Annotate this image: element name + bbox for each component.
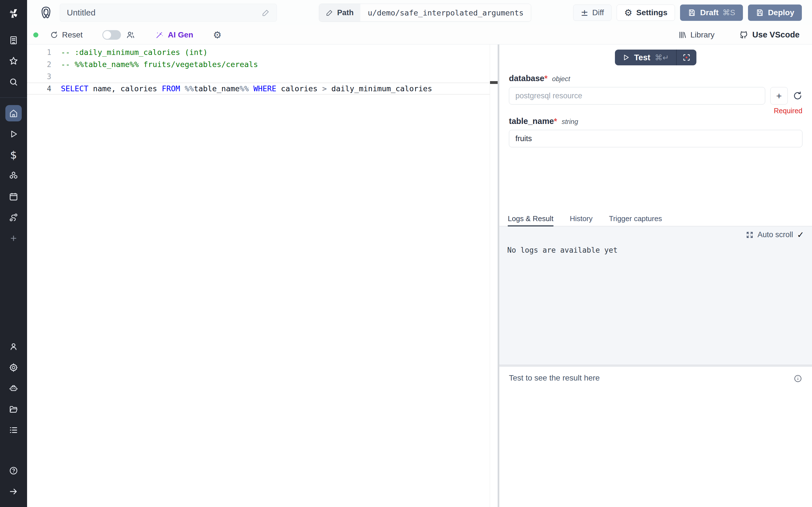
field-database-label: database*: [509, 74, 548, 83]
test-button-group: Test ⌘↵: [615, 50, 696, 65]
library-button[interactable]: Library: [678, 31, 715, 40]
result-tabs: Logs & Result History Trigger captures: [499, 214, 812, 226]
draft-button[interactable]: Draft ⌘S: [680, 4, 743, 21]
plus-icon: +: [776, 91, 782, 101]
tab-logs-result[interactable]: Logs & Result: [508, 214, 553, 226]
dollar-icon[interactable]: $: [5, 147, 22, 163]
field-database: database* object + Required: [509, 74, 802, 115]
editor-overview-ruler: [490, 45, 498, 507]
building-icon[interactable]: [5, 32, 22, 48]
info-icon[interactable]: [794, 374, 802, 383]
star-icon[interactable]: [5, 53, 22, 69]
test-button[interactable]: Test ⌘↵: [615, 50, 676, 65]
line-number: 1: [27, 48, 51, 57]
field-database-type: object: [552, 75, 570, 83]
gear-icon[interactable]: [5, 359, 22, 376]
status-dot: [33, 33, 38, 38]
home-icon[interactable]: [5, 105, 22, 121]
field-table-name-label: table_name*: [509, 117, 557, 126]
github-icon: [739, 31, 748, 40]
script-title: Untitled: [67, 8, 262, 17]
auto-scroll-label[interactable]: Auto scroll: [758, 230, 793, 239]
field-table-name-type: string: [562, 118, 578, 126]
arguments-section: Test ⌘↵: [499, 45, 812, 214]
use-vscode-button[interactable]: Use VScode: [739, 30, 800, 40]
capture-frame-icon: [682, 53, 691, 62]
database-input[interactable]: [509, 87, 765, 105]
save-icon: [688, 8, 696, 17]
line-number: 2: [27, 60, 51, 69]
search-icon[interactable]: [5, 74, 22, 90]
reset-button[interactable]: Reset: [50, 31, 83, 40]
result-hint: Test to see the result here: [509, 374, 600, 383]
logs-result-splitter[interactable]: [499, 364, 812, 367]
code-line[interactable]: 3: [27, 70, 490, 82]
add-resource-button[interactable]: +: [770, 87, 788, 105]
arrow-right-icon[interactable]: [5, 483, 22, 500]
code-line[interactable]: 1-- :daily_minimum_calories (int): [27, 46, 490, 58]
script-title-box[interactable]: Untitled: [60, 4, 277, 22]
auto-scroll-checkmark[interactable]: ✓: [797, 230, 804, 240]
plus-minus-icon: ±: [581, 8, 589, 17]
settings-button[interactable]: ⚙ Settings: [617, 4, 675, 21]
code-lines: 1-- :daily_minimum_calories (int)2-- %%t…: [27, 46, 490, 95]
help-icon[interactable]: [5, 462, 22, 479]
run-panel: Test ⌘↵: [499, 45, 812, 507]
play-icon: [622, 54, 629, 61]
tab-trigger-captures[interactable]: Trigger captures: [609, 214, 662, 226]
play-icon[interactable]: [5, 126, 22, 142]
calendar-icon[interactable]: [5, 188, 22, 205]
required-note: Required: [509, 107, 802, 115]
collab-toggle[interactable]: [102, 30, 121, 40]
list-icon[interactable]: [5, 422, 22, 438]
worker-icon[interactable]: [5, 380, 22, 397]
top-bar: Untitled Path u/demo/safe_interpolated_a…: [27, 0, 812, 25]
tab-history[interactable]: History: [570, 214, 593, 226]
windmill-logo[interactable]: [7, 4, 20, 22]
editor-toolbar: Reset AI Gen ⚙ Library: [27, 25, 812, 45]
diff-button[interactable]: ± Diff: [573, 4, 612, 21]
collaborators-icon[interactable]: [126, 31, 135, 40]
edit-title-pencil-icon[interactable]: [262, 9, 270, 17]
path-value: u/demo/safe_interpolated_arguments: [360, 4, 531, 21]
ai-gen-button[interactable]: AI Gen: [155, 31, 193, 40]
logs-empty-message: No logs are available yet: [507, 246, 804, 255]
test-shortcut: ⌘↵: [655, 53, 669, 62]
save-icon: [756, 8, 764, 17]
draft-shortcut: ⌘S: [723, 8, 735, 17]
cursor-position-mark: [490, 81, 498, 84]
code-line[interactable]: 4SELECT name, calories FROM %%table_name…: [27, 82, 490, 95]
library-icon: [678, 31, 687, 39]
required-asterisk: *: [554, 117, 557, 126]
refresh-resources-icon[interactable]: [793, 91, 802, 101]
gear-icon: ⚙: [624, 8, 632, 17]
capture-button[interactable]: [677, 50, 696, 65]
left-sidebar: $: [0, 0, 27, 507]
code-editor[interactable]: 1-- :daily_minimum_calories (int)2-- %%t…: [27, 45, 490, 507]
line-number: 4: [27, 84, 51, 93]
field-table-name: table_name* string: [509, 117, 802, 147]
line-number: 3: [27, 72, 51, 81]
deploy-button[interactable]: Deploy: [748, 4, 802, 21]
plus-icon[interactable]: [5, 230, 22, 246]
required-asterisk: *: [545, 74, 548, 83]
table-name-input[interactable]: [509, 130, 802, 147]
folder-icon[interactable]: [5, 401, 22, 417]
result-pane: Test to see the result here: [499, 367, 812, 507]
path-button[interactable]: Path u/demo/safe_interpolated_arguments: [319, 4, 531, 22]
logs-pane: Auto scroll ✓ No logs are available yet: [499, 226, 812, 364]
code-line[interactable]: 2-- %%table_name%% fruits/vegetables/cer…: [27, 58, 490, 70]
postgresql-icon: [38, 5, 54, 20]
editor-settings-gear-icon[interactable]: ⚙: [213, 30, 221, 40]
expand-logs-icon[interactable]: [746, 231, 754, 239]
magic-wand-icon: [155, 31, 164, 39]
routes-icon[interactable]: [5, 209, 22, 226]
refresh-icon: [50, 31, 58, 39]
path-label: Path: [337, 8, 354, 17]
user-icon[interactable]: [5, 339, 22, 355]
edit-path-pencil-icon: [326, 9, 333, 16]
cubes-icon[interactable]: [5, 168, 22, 184]
